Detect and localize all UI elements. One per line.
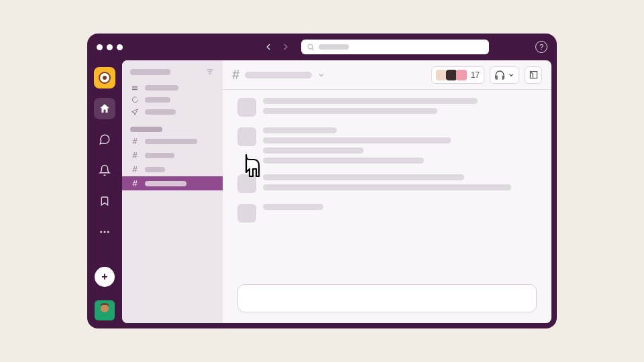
channel-name bbox=[145, 181, 186, 186]
sidebar-item-drafts[interactable] bbox=[122, 106, 223, 118]
filter-button[interactable] bbox=[205, 67, 215, 76]
message-avatar bbox=[237, 98, 256, 117]
window-controls[interactable] bbox=[97, 44, 123, 50]
message-line bbox=[263, 127, 337, 133]
send-icon bbox=[130, 108, 140, 116]
zoom-dot[interactable] bbox=[117, 44, 123, 50]
message-line bbox=[263, 137, 451, 143]
home-icon bbox=[99, 103, 111, 115]
svg-point-6 bbox=[101, 304, 109, 312]
unreads-icon bbox=[130, 84, 140, 92]
nav-activity[interactable] bbox=[94, 160, 115, 181]
message-line bbox=[263, 158, 424, 164]
message-list[interactable] bbox=[223, 90, 551, 284]
message-line bbox=[263, 204, 323, 210]
member-avatar bbox=[456, 70, 467, 80]
hash-icon: # bbox=[130, 150, 140, 160]
hash-icon: # bbox=[130, 136, 140, 146]
message-line bbox=[263, 174, 464, 180]
app-window: ? + bbox=[87, 34, 557, 328]
message-avatar bbox=[237, 204, 256, 223]
canvas-button[interactable] bbox=[525, 66, 542, 84]
user-avatar[interactable] bbox=[95, 300, 115, 320]
channel-header: # 17 bbox=[223, 60, 551, 90]
workspace-logo-icon bbox=[99, 72, 111, 84]
channel-view: # 17 bbox=[223, 60, 551, 323]
member-count: 17 bbox=[471, 70, 480, 80]
sidebar-section-channels[interactable] bbox=[122, 125, 223, 134]
message-line bbox=[263, 98, 478, 104]
sidebar-item-unreads[interactable] bbox=[122, 82, 223, 94]
close-dot[interactable] bbox=[97, 44, 103, 50]
sidebar-item-label bbox=[145, 85, 178, 90]
message-line bbox=[263, 108, 437, 114]
svg-point-4 bbox=[107, 231, 109, 233]
threads-icon bbox=[130, 96, 140, 104]
member-list-button[interactable]: 17 bbox=[431, 66, 484, 84]
channel-item[interactable]: # bbox=[122, 162, 223, 176]
minimize-dot[interactable] bbox=[107, 44, 113, 50]
message-avatar bbox=[237, 174, 256, 193]
chevron-down-icon bbox=[508, 72, 515, 78]
headphones-icon bbox=[494, 70, 505, 80]
message-avatar bbox=[237, 127, 256, 146]
channel-item[interactable]: # bbox=[122, 148, 223, 162]
canvas-icon bbox=[529, 70, 539, 80]
nav-more[interactable] bbox=[94, 221, 115, 243]
channel-item[interactable]: # bbox=[122, 134, 223, 148]
avatar-icon bbox=[95, 300, 115, 320]
section-label bbox=[130, 127, 162, 132]
main-panel: # # # # # bbox=[122, 60, 551, 323]
search-placeholder bbox=[319, 44, 349, 50]
hash-icon: # bbox=[130, 164, 140, 174]
sidebar-item-threads[interactable] bbox=[122, 94, 223, 106]
search-icon bbox=[307, 43, 315, 51]
back-button[interactable] bbox=[262, 41, 274, 53]
svg-point-0 bbox=[308, 44, 313, 49]
hash-icon: # bbox=[130, 178, 140, 188]
member-avatar bbox=[436, 70, 447, 80]
svg-point-2 bbox=[100, 231, 102, 233]
nav-dms[interactable] bbox=[94, 129, 115, 150]
channel-item-selected[interactable]: # bbox=[122, 176, 223, 190]
forward-button[interactable] bbox=[280, 41, 292, 53]
dm-icon bbox=[99, 133, 111, 145]
compose-button[interactable]: + bbox=[95, 267, 115, 287]
member-avatar bbox=[446, 70, 457, 80]
workspace-switcher[interactable] bbox=[94, 67, 115, 88]
channel-sidebar: # # # # bbox=[122, 60, 223, 323]
filter-icon bbox=[205, 67, 215, 76]
sidebar-item-label bbox=[145, 109, 176, 115]
huddle-button[interactable] bbox=[490, 66, 519, 84]
help-button[interactable]: ? bbox=[535, 41, 547, 53]
message-composer[interactable] bbox=[237, 284, 537, 312]
hash-icon: # bbox=[232, 67, 239, 82]
sidebar-item-label bbox=[145, 97, 170, 103]
message-line bbox=[263, 184, 511, 190]
more-icon bbox=[99, 226, 111, 238]
message[interactable] bbox=[237, 174, 537, 193]
message[interactable] bbox=[237, 98, 537, 117]
bell-icon bbox=[99, 164, 111, 176]
message[interactable] bbox=[237, 127, 537, 164]
workspace-rail: + bbox=[87, 60, 122, 328]
message-line bbox=[263, 147, 364, 154]
bookmark-icon bbox=[99, 195, 110, 207]
nav-home[interactable] bbox=[94, 98, 115, 119]
chevron-down-icon bbox=[317, 71, 325, 79]
workspace-name[interactable] bbox=[130, 69, 170, 75]
history-nav bbox=[262, 41, 292, 53]
channel-title[interactable] bbox=[245, 72, 312, 78]
svg-line-1 bbox=[312, 48, 313, 50]
channel-name bbox=[145, 167, 165, 172]
channel-name bbox=[145, 139, 197, 144]
titlebar: ? bbox=[87, 34, 557, 60]
search-input[interactable] bbox=[301, 40, 489, 54]
message[interactable] bbox=[237, 204, 537, 223]
channel-name bbox=[145, 153, 174, 158]
nav-later[interactable] bbox=[94, 190, 115, 212]
svg-point-3 bbox=[104, 231, 106, 233]
